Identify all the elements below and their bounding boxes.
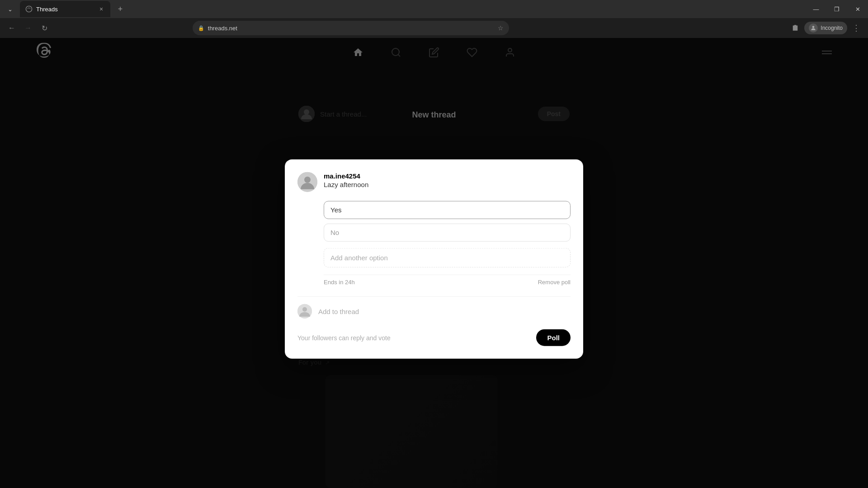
minimize-button[interactable]: —	[806, 0, 826, 18]
incognito-profile-button[interactable]: Incognito	[804, 22, 847, 34]
add-to-thread-label[interactable]: Add to thread	[318, 307, 359, 315]
modal-post-text: Lazy afternoon	[324, 181, 368, 188]
new-tab-button[interactable]: +	[114, 3, 127, 15]
add-thread-avatar	[297, 304, 312, 319]
maximize-button[interactable]: ❐	[826, 0, 847, 18]
reload-button[interactable]: ↻	[38, 22, 51, 34]
new-thread-modal: ma.ine4254 Lazy afternoon No Add another…	[285, 160, 583, 359]
followers-text: Your followers can reply and vote	[297, 334, 391, 341]
tab-list-button[interactable]: ⌄	[4, 3, 16, 15]
poll-option-2-placeholder: No	[330, 229, 339, 236]
add-another-option[interactable]: Add another option	[324, 248, 571, 267]
poll-option-2-wrapper[interactable]: No	[324, 224, 571, 242]
bookmark-star-icon[interactable]: ☆	[498, 24, 504, 32]
modal-user-avatar	[297, 172, 317, 192]
poll-option-1-input[interactable]	[330, 206, 564, 214]
svg-point-1	[812, 26, 815, 28]
modal-username: ma.ine4254	[324, 172, 368, 180]
modal-divider	[297, 296, 571, 297]
back-button[interactable]: ←	[5, 22, 18, 34]
url-text: threads.net	[208, 25, 237, 32]
browser-tab-active[interactable]: Threads ×	[20, 1, 110, 17]
svg-point-0	[26, 6, 32, 12]
tab-close-icon[interactable]: ×	[98, 5, 105, 13]
lock-icon: 🔒	[198, 25, 204, 31]
close-button[interactable]: ✕	[847, 0, 868, 18]
more-options-button[interactable]: ⋮	[850, 22, 863, 34]
extensions-button[interactable]	[789, 22, 802, 34]
forward-button[interactable]: →	[22, 22, 34, 34]
remove-poll-button[interactable]: Remove poll	[538, 279, 571, 286]
tab-favicon	[25, 5, 33, 13]
svg-point-7	[304, 177, 311, 183]
poll-submit-button[interactable]: Poll	[536, 329, 571, 346]
address-bar[interactable]: 🔒 threads.net ☆	[193, 21, 509, 35]
incognito-label: Incognito	[821, 25, 843, 31]
tab-title: Threads	[36, 6, 94, 13]
poll-ends-label: Ends in 24h	[324, 279, 355, 286]
poll-option-1-wrapper[interactable]	[324, 201, 571, 219]
svg-point-9	[302, 307, 307, 312]
